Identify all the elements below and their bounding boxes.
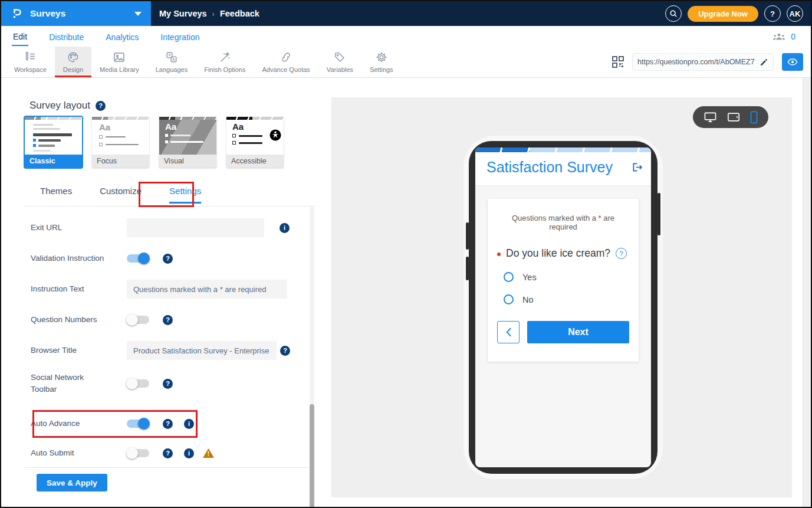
question-numbers-toggle[interactable] [127, 316, 149, 324]
tag-icon [333, 51, 347, 64]
layout-option-visual[interactable]: Aa Visual [159, 117, 216, 168]
app-window: Surveys My Surveys › Feedback Upgrade No… [0, 0, 812, 508]
tab-edit[interactable]: Edit [12, 27, 28, 46]
toolbar-item-finish-options[interactable]: Finish Options [196, 47, 254, 77]
tabs-divider [25, 206, 315, 207]
focus-thumbnail: Aa [92, 117, 149, 155]
workspace-icon [23, 51, 37, 64]
radio-no[interactable] [504, 294, 514, 304]
browser-title-help-icon[interactable]: ? [280, 346, 290, 356]
auto-advance-help-icon[interactable]: ? [163, 419, 173, 429]
toolbar-item-workspace[interactable]: Workspace [6, 47, 55, 77]
edit-url-pencil-icon[interactable] [760, 58, 768, 67]
question-numbers-help-icon[interactable]: ? [163, 315, 173, 325]
chevron-down-icon [134, 12, 142, 16]
survey-title: Satisfaction Survey [486, 159, 613, 176]
validation-instruction-toggle[interactable] [127, 254, 149, 263]
layout-label-visual: Visual [159, 155, 216, 168]
tab-themes[interactable]: Themes [40, 186, 72, 204]
preview-panel: Satisfaction Survey Questions marked wit… [331, 97, 792, 497]
qr-code-icon[interactable] [612, 56, 624, 68]
tab-distribute[interactable]: Distribute [48, 28, 85, 45]
toolbar-item-variables[interactable]: Variables [318, 47, 361, 77]
social-network-toolbar-help-icon[interactable]: ? [163, 379, 173, 389]
page-scrollbar[interactable] [803, 78, 811, 507]
next-button[interactable]: Next [527, 321, 629, 343]
layout-options: Classic Aa Focus Aa [25, 117, 284, 168]
chain-link-icon [279, 51, 293, 64]
question-row: Do you like ice cream? ? [497, 247, 629, 260]
exit-url-input[interactable] [127, 218, 264, 237]
upgrade-now-button[interactable]: Upgrade Now [688, 6, 758, 22]
classic-thumbnail [25, 117, 82, 155]
top-nav: Surveys My Surveys › Feedback Upgrade No… [1, 1, 811, 26]
collaborators-icon[interactable] [772, 32, 785, 41]
auto-advance-toggle[interactable] [127, 419, 149, 428]
section-nav: Edit Distribute Analytics Integration 0 [1, 26, 811, 47]
toolbar-item-languages[interactable]: ✶A Languages [147, 47, 196, 77]
back-button[interactable] [497, 321, 520, 343]
toolbar-item-media-library[interactable]: Media Library [91, 47, 147, 77]
survey-url-text: https://questionpro.com/t/AbOMEZ7 [637, 58, 756, 66]
tab-settings[interactable]: Settings [169, 186, 201, 204]
toolbar-item-design[interactable]: Design [55, 47, 91, 77]
accessibility-icon [269, 129, 281, 141]
magic-wand-icon [218, 51, 232, 64]
avatar[interactable]: AK [787, 5, 803, 22]
panel-scrollbar-thumb[interactable] [310, 404, 314, 508]
preview-button[interactable] [782, 53, 803, 71]
app-title: Surveys [30, 8, 65, 19]
device-tablet-icon[interactable] [727, 112, 740, 122]
row-validation-instruction: Validation Instruction ? [31, 249, 173, 268]
layout-option-classic[interactable]: Classic [25, 117, 82, 168]
row-auto-advance: Auto Advance ? i [31, 414, 194, 433]
instruction-text-input[interactable] [127, 280, 287, 299]
browser-title-input[interactable] [127, 341, 277, 360]
row-question-numbers: Question Numbers ? [31, 310, 173, 329]
product-switcher[interactable]: Surveys [1, 1, 151, 26]
breadcrumb: My Surveys › Feedback [151, 1, 259, 26]
question-help-icon[interactable]: ? [616, 248, 627, 259]
row-instruction-text: Instruction Text [31, 280, 287, 299]
panel-scrollbar[interactable] [310, 207, 314, 508]
save-apply-button[interactable]: Save & Apply [37, 474, 107, 491]
exit-survey-icon[interactable] [632, 162, 643, 172]
row-browser-title: Browser Title ? [31, 341, 290, 360]
layout-label-accessible: Accessible [226, 155, 284, 168]
layout-option-accessible[interactable]: Aa Accessible [226, 117, 284, 168]
layout-label-classic: Classic [25, 155, 82, 168]
toolbar-item-advance-quotas[interactable]: Advance Quotas [254, 47, 318, 77]
tab-analytics[interactable]: Analytics [104, 28, 140, 45]
auto-advance-info-icon[interactable]: i [184, 419, 194, 429]
phone-mockup: Satisfaction Survey Questions marked wit… [469, 141, 658, 474]
device-mobile-icon[interactable] [750, 111, 758, 124]
collaborator-count[interactable]: 0 [791, 32, 795, 41]
radio-yes[interactable] [504, 272, 514, 282]
phone-screen: Satisfaction Survey Questions marked wit… [475, 148, 651, 467]
eye-icon [787, 58, 798, 66]
tab-customize[interactable]: Customize [100, 186, 142, 204]
auto-submit-warning-icon[interactable]: ! [203, 448, 214, 458]
survey-question-card: Questions marked with a * are required D… [488, 199, 639, 362]
auto-submit-help-icon[interactable]: ? [163, 448, 173, 458]
answer-option-yes[interactable]: Yes [504, 272, 629, 282]
device-desktop-icon[interactable] [703, 112, 717, 123]
tab-integration[interactable]: Integration [159, 28, 200, 45]
auto-submit-toggle[interactable] [127, 449, 149, 457]
survey-url-field[interactable]: https://questionpro.com/t/AbOMEZ7 [632, 53, 774, 71]
toolbar-item-settings[interactable]: Settings [361, 47, 402, 77]
search-icon [669, 9, 678, 18]
breadcrumb-root[interactable]: My Surveys [159, 9, 207, 18]
answer-option-no[interactable]: No [504, 294, 629, 304]
search-button[interactable] [665, 5, 682, 22]
layout-option-focus[interactable]: Aa Focus [92, 117, 149, 168]
exit-url-info-icon[interactable]: i [280, 223, 290, 233]
survey-layout-help-icon[interactable]: ? [96, 101, 106, 111]
survey-layout-heading: Survey layout ? [29, 100, 106, 112]
help-button[interactable]: ? [764, 5, 781, 22]
validation-instruction-help-icon[interactable]: ? [163, 254, 173, 264]
row-exit-url: Exit URL i [31, 218, 290, 237]
social-network-toolbar-toggle[interactable] [127, 379, 149, 388]
chevron-left-icon [505, 327, 512, 337]
auto-submit-info-icon[interactable]: i [184, 448, 194, 458]
